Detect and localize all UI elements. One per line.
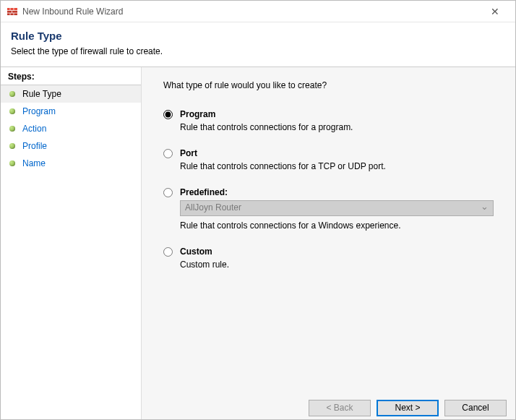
option-label: Port xyxy=(180,148,494,158)
radio-port[interactable] xyxy=(163,149,173,158)
option-desc: Custom rule. xyxy=(180,260,494,270)
step-program[interactable]: Program xyxy=(1,103,141,120)
page-subtitle: Select the type of firewall rule to crea… xyxy=(11,46,505,56)
steps-sidebar: Steps: Rule Type Program Action Profile … xyxy=(1,67,142,420)
option-label: Custom xyxy=(180,247,494,257)
cancel-button[interactable]: Cancel xyxy=(444,400,507,416)
step-label: Program xyxy=(22,106,56,116)
wizard-footer: < Back Next > Cancel xyxy=(142,391,515,420)
radio-predefined[interactable] xyxy=(163,188,173,197)
step-label: Name xyxy=(22,158,46,168)
option-label: Predefined: xyxy=(180,187,494,197)
predefined-select-value: AllJoyn Router xyxy=(185,202,241,213)
close-button[interactable]: ✕ xyxy=(481,6,509,17)
radio-custom[interactable] xyxy=(163,247,173,257)
option-custom[interactable]: Custom Custom rule. xyxy=(163,247,494,274)
svg-rect-1 xyxy=(7,8,17,10)
bullet-icon xyxy=(9,160,15,166)
bullet-icon xyxy=(9,108,15,114)
steps-heading: Steps: xyxy=(1,67,141,85)
step-profile[interactable]: Profile xyxy=(1,137,141,155)
page-title: Rule Type xyxy=(11,30,505,42)
bullet-icon xyxy=(9,126,15,132)
step-rule-type[interactable]: Rule Type xyxy=(1,85,141,103)
option-predefined[interactable]: Predefined: AllJoyn Router Rule that con… xyxy=(163,187,494,235)
predefined-select: AllJoyn Router xyxy=(180,200,494,216)
radio-program[interactable] xyxy=(163,110,173,119)
step-action[interactable]: Action xyxy=(1,120,141,137)
step-label: Profile xyxy=(22,141,47,151)
option-program[interactable]: Program Rule that controls connections f… xyxy=(163,109,494,137)
step-name[interactable]: Name xyxy=(1,155,141,172)
window-title: New Inbound Rule Wizard xyxy=(22,7,481,17)
page-header: Rule Type Select the type of firewall ru… xyxy=(1,22,515,67)
bullet-icon xyxy=(9,143,15,149)
back-button: < Back xyxy=(309,400,371,416)
main-panel: What type of rule would you like to crea… xyxy=(142,67,515,420)
firewall-icon xyxy=(7,6,18,17)
option-desc: Rule that controls connections for a TCP… xyxy=(180,161,494,171)
prompt-text: What type of rule would you like to crea… xyxy=(163,80,494,90)
option-port[interactable]: Port Rule that controls connections for … xyxy=(163,148,494,176)
titlebar: New Inbound Rule Wizard ✕ xyxy=(1,1,515,22)
bullet-icon xyxy=(9,91,15,97)
step-label: Rule Type xyxy=(22,89,61,99)
next-button[interactable]: Next > xyxy=(377,400,439,416)
option-desc: Rule that controls connections for a pro… xyxy=(180,122,494,132)
option-desc: Rule that controls connections for a Win… xyxy=(180,220,494,231)
step-label: Action xyxy=(22,124,46,134)
option-label: Program xyxy=(180,109,494,119)
